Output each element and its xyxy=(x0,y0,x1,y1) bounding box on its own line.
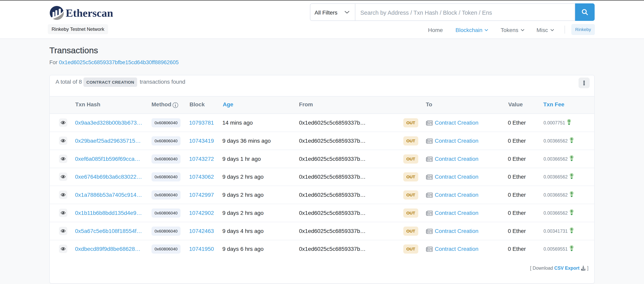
svg-text:$: $ xyxy=(571,192,572,195)
svg-text:$: $ xyxy=(571,210,572,212)
svg-text:$: $ xyxy=(571,228,572,231)
svg-text:$: $ xyxy=(571,138,572,140)
svg-text:$: $ xyxy=(571,174,572,176)
svg-text:$: $ xyxy=(571,156,572,158)
svg-text:$: $ xyxy=(571,246,572,249)
svg-text:$: $ xyxy=(568,120,570,123)
